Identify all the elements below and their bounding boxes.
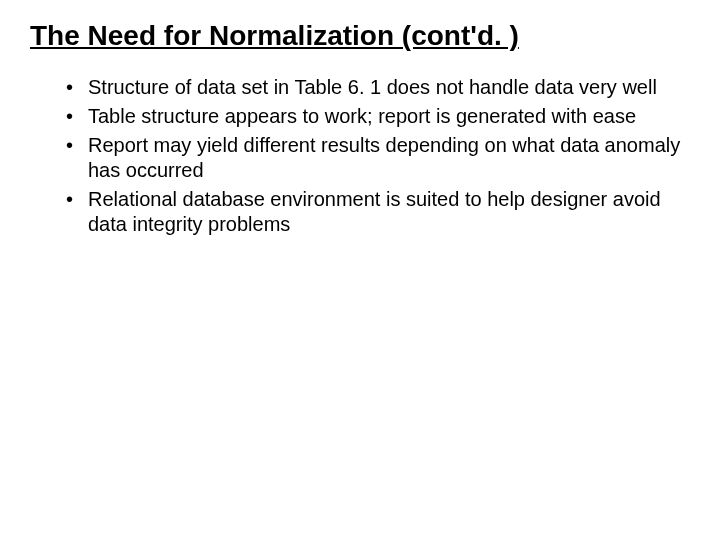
list-item: Table structure appears to work; report … (66, 104, 690, 129)
slide-title: The Need for Normalization (cont'd. ) (30, 18, 690, 53)
bullet-list: Structure of data set in Table 6. 1 does… (30, 75, 690, 237)
slide: The Need for Normalization (cont'd. ) St… (0, 0, 720, 540)
list-item: Structure of data set in Table 6. 1 does… (66, 75, 690, 100)
list-item: Relational database environment is suite… (66, 187, 690, 237)
list-item: Report may yield different results depen… (66, 133, 690, 183)
